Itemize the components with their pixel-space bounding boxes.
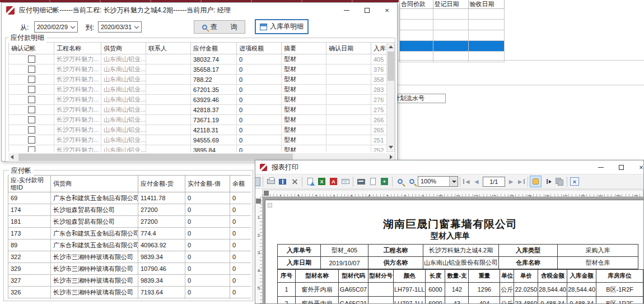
grid-column-header[interactable]: 应付金额-货 bbox=[138, 176, 185, 192]
cell-supplier[interactable]: 广东合和建筑五金制品有限公司 bbox=[51, 239, 138, 251]
cell-confirm-date[interactable] bbox=[326, 75, 371, 85]
cell-id[interactable]: 322 bbox=[8, 251, 51, 263]
table-row[interactable]: 89 广东合和建筑五金制品有限公司 40963.92 0 0 bbox=[8, 239, 251, 251]
cell-paid-amount[interactable]: 0 bbox=[185, 287, 230, 298]
cell-project[interactable]: 长沙万科魅力... bbox=[54, 54, 101, 65]
maximize-button[interactable] bbox=[357, 3, 377, 17]
table-row[interactable]: 长沙万科魅力... 山东南山铝业... 73671.19 0 型材 266 bbox=[9, 115, 387, 125]
table-row[interactable]: 181 长沙坦森贸易有限公司 27200 0 0 bbox=[8, 216, 251, 228]
cell-payable-amount[interactable]: 10790.46 bbox=[138, 263, 185, 275]
cell-inbound-no[interactable]: 251 bbox=[371, 135, 387, 145]
table-row[interactable] bbox=[400, 9, 504, 20]
cell-id[interactable]: 174 bbox=[8, 204, 51, 216]
print-setup-button[interactable] bbox=[355, 176, 367, 187]
cell-project[interactable]: 长沙万科魅力... bbox=[54, 65, 101, 75]
cell-summary[interactable]: 型材 bbox=[282, 125, 326, 135]
cell-id[interactable]: 89 bbox=[8, 239, 51, 251]
scroll-up-icon[interactable] bbox=[389, 45, 393, 48]
cell-tax[interactable]: 0 bbox=[237, 135, 282, 145]
confirm-checkbox[interactable] bbox=[28, 86, 35, 93]
grid-column-header[interactable]: 进项税额 bbox=[237, 43, 282, 54]
cell-confirm-date[interactable] bbox=[326, 115, 371, 125]
cell-amount[interactable]: 63929.46 bbox=[191, 95, 237, 105]
cell-project[interactable]: 长沙万科魅力... bbox=[54, 125, 101, 135]
confirm-checkbox[interactable] bbox=[28, 146, 35, 152]
cell-paid-amount[interactable]: 0 bbox=[185, 275, 230, 287]
cell-inbound-no[interactable]: 252 bbox=[371, 145, 387, 153]
table-row[interactable]: 329 长沙市三湘特种玻璃有限公司 10790.46 0 0 bbox=[8, 263, 251, 275]
cell-project[interactable]: 长沙万科魅力... bbox=[54, 115, 101, 125]
cell-summary[interactable]: 型材 bbox=[282, 75, 326, 85]
print-button[interactable] bbox=[265, 176, 277, 187]
query-button[interactable]: 查 询 bbox=[194, 20, 245, 34]
cell-tax[interactable]: 0 bbox=[237, 125, 282, 135]
cell-project[interactable]: 长沙万科魅力... bbox=[54, 105, 101, 115]
cell-balance[interactable]: 0 bbox=[230, 239, 251, 251]
cell-paid-amount[interactable]: 0 bbox=[185, 216, 230, 228]
table-row[interactable]: 69 广东合和建筑五金制品有限公司 11411.78 0 0 bbox=[8, 192, 251, 204]
cell-project[interactable]: 长沙万科魅力... bbox=[54, 95, 101, 105]
cell-inbound-no[interactable]: 283 bbox=[371, 85, 387, 95]
cell-contact[interactable] bbox=[146, 65, 191, 75]
hand-tool-button[interactable] bbox=[530, 176, 542, 187]
export-button[interactable] bbox=[304, 176, 316, 187]
cell-supplier[interactable]: 山东南山铝业... bbox=[101, 85, 146, 95]
cell-supplier[interactable]: 山东南山铝业... bbox=[101, 105, 146, 115]
cell-confirm-date[interactable] bbox=[326, 125, 371, 135]
cell-confirm-date[interactable] bbox=[326, 95, 371, 105]
cell-balance[interactable]: 0 bbox=[230, 228, 251, 239]
cell-contact[interactable] bbox=[146, 75, 191, 85]
close-preview-button[interactable]: × bbox=[569, 176, 581, 187]
cell-paid-amount[interactable] bbox=[185, 298, 230, 300]
minimize-button[interactable] bbox=[337, 3, 357, 17]
cell-contact[interactable] bbox=[146, 125, 191, 135]
zoom-out-button[interactable] bbox=[406, 176, 418, 187]
grid-column-header[interactable]: 入库 bbox=[371, 43, 387, 54]
table-row[interactable]: 174 长沙坦森贸易有限公司 27200 0 0 bbox=[8, 204, 251, 216]
cell-confirm-date[interactable] bbox=[326, 85, 371, 95]
scroll-down-icon[interactable] bbox=[389, 146, 393, 149]
confirm-checkbox[interactable] bbox=[28, 136, 35, 144]
zoom-in-button[interactable] bbox=[394, 176, 406, 187]
single-page-button[interactable] bbox=[367, 176, 379, 187]
grid-column-header[interactable]: 应付金额 bbox=[191, 43, 237, 54]
cell-supplier[interactable]: 长沙市三湘特种玻璃有限公司 bbox=[51, 275, 138, 287]
scroll-left-icon[interactable] bbox=[11, 155, 13, 159]
cell-summary[interactable]: 型材 bbox=[282, 85, 326, 95]
cell-id[interactable]: 326 bbox=[8, 287, 51, 298]
cell-summary[interactable]: 型材 bbox=[282, 65, 326, 75]
cell-contact[interactable] bbox=[146, 85, 191, 95]
cell-id[interactable]: 69 bbox=[8, 192, 51, 204]
cell-supplier[interactable]: 长沙坦森贸易有限公司 bbox=[51, 204, 138, 216]
confirm-checkbox[interactable] bbox=[28, 106, 35, 113]
cell-supplier[interactable]: 山东南山铝业... bbox=[101, 95, 146, 105]
cell-supplier[interactable]: 广东合和建筑五金制品有限公司 bbox=[51, 192, 138, 204]
cell-supplier[interactable]: 长沙市三湘特种玻璃有限公司 bbox=[51, 298, 138, 300]
cell-summary[interactable]: 型材 bbox=[282, 115, 326, 125]
cell-supplier[interactable]: 山东南山铝业... bbox=[101, 65, 146, 75]
cell-payable-amount[interactable] bbox=[138, 298, 185, 300]
cell-tax[interactable]: 0 bbox=[237, 54, 282, 65]
cell-tax[interactable]: 0 bbox=[237, 105, 282, 115]
cell-id[interactable] bbox=[8, 298, 51, 300]
first-page-button[interactable]: ◄ bbox=[462, 178, 472, 186]
grid-column-header[interactable]: 联系人 bbox=[146, 43, 191, 54]
vertical-scrollbar[interactable] bbox=[386, 42, 395, 152]
cell-contact[interactable] bbox=[146, 145, 191, 153]
cell-amount[interactable]: 38032.74 bbox=[191, 54, 237, 65]
last-page-button[interactable]: ► bbox=[516, 178, 526, 186]
cell-balance[interactable]: 0 bbox=[230, 216, 251, 228]
scroll-right-icon[interactable] bbox=[390, 155, 393, 159]
partial-toolbar-icon[interactable] bbox=[255, 177, 260, 186]
cell-inbound-no[interactable]: 405 bbox=[371, 54, 387, 65]
cell-payable-amount[interactable]: 7193.64 bbox=[138, 287, 185, 298]
cell-paid-amount[interactable]: 0 bbox=[185, 263, 230, 275]
cell-payable-amount[interactable]: 9839.34 bbox=[138, 251, 185, 263]
confirm-checkbox[interactable] bbox=[28, 96, 35, 103]
table-row[interactable]: 长沙万科魅力... 山东南山铝业... 94555.69 0 型材 251 bbox=[9, 135, 387, 145]
cell-contact[interactable] bbox=[146, 105, 191, 115]
copy-pages-button[interactable] bbox=[553, 176, 565, 187]
cell-tax[interactable]: 0 bbox=[237, 145, 282, 153]
table-row[interactable]: 长沙万科魅力... 山东南山铝业... 788.22 0 型材 358 bbox=[9, 75, 387, 85]
cell-summary[interactable]: 型材 bbox=[282, 145, 326, 153]
